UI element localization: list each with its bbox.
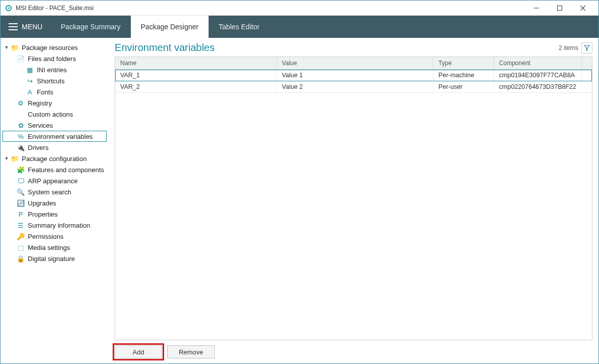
code-icon <box>17 110 25 118</box>
main-panel: Environment variables 2 items Name Value… <box>109 38 598 363</box>
sidebar-item-label: Package resources <box>22 44 78 51</box>
sidebar-item-label: Summary information <box>28 222 90 229</box>
sidebar-item-label: Media settings <box>28 244 70 251</box>
sidebar-item-fonts[interactable]: AFonts <box>3 86 107 97</box>
menubar: MENU Package SummaryPackage DesignerTabl… <box>1 16 598 38</box>
sidebar-item-drivers[interactable]: 🔌Drivers <box>3 142 107 153</box>
sidebar-item-label: Package configuration <box>22 155 87 163</box>
sidebar-item-label: Fonts <box>37 88 54 96</box>
titlebar: MSI Editor - PACE_Suite.msi <box>1 1 598 16</box>
refresh-icon: 🔃 <box>17 199 25 207</box>
shortcut-icon: ↪ <box>26 77 34 85</box>
grid-body: VAR_1Value 1Per-machinecmp0194E3097F77CA… <box>115 70 592 340</box>
maximize-button[interactable] <box>548 1 571 16</box>
sidebar-item-label: Properties <box>28 211 58 218</box>
cell-component: cmp0194E3097F77CAB8A <box>494 70 582 81</box>
body: ▼📁Package resources📄Files and folders▦IN… <box>1 38 598 363</box>
sidebar-item-properties[interactable]: PProperties <box>3 209 107 220</box>
sidebar-item-system-search[interactable]: 🔍System search <box>3 186 107 197</box>
table-row[interactable]: VAR_1Value 1Per-machinecmp0194E3097F77CA… <box>115 70 592 81</box>
sidebar-item-label: Files and folders <box>28 55 76 63</box>
data-grid: Name Value Type Component VAR_1Value 1Pe… <box>115 57 592 340</box>
cell-name: VAR_1 <box>115 70 277 81</box>
sidebar-item-media-settings[interactable]: ⬚Media settings <box>3 242 107 253</box>
sidebar-item-files-and-folders[interactable]: 📄Files and folders <box>3 53 107 64</box>
cell-name: VAR_2 <box>115 81 277 92</box>
page-title: Environment variables <box>115 42 215 54</box>
col-type[interactable]: Type <box>433 57 494 69</box>
sidebar-item-label: System search <box>28 188 71 196</box>
sidebar-item-custom-actions[interactable]: Custom actions <box>3 109 107 120</box>
registry-icon: ⚙ <box>17 99 25 107</box>
font-icon: A <box>26 88 34 96</box>
window-controls <box>525 1 594 16</box>
sidebar-item-registry[interactable]: ⚙Registry <box>3 97 107 109</box>
sidebar-item-permissions[interactable]: 🔑Permissions <box>3 231 107 242</box>
col-name[interactable]: Name <box>115 57 277 69</box>
plug-icon: 🔌 <box>17 143 25 151</box>
tabs: Package SummaryPackage DesignerTables Ed… <box>51 16 270 38</box>
col-value[interactable]: Value <box>277 57 433 69</box>
sidebar-item-label: Registry <box>28 99 52 107</box>
percent-icon: % <box>17 132 25 140</box>
monitor-icon: 🖵 <box>17 177 25 185</box>
tree-toggle-icon: ▼ <box>4 156 10 161</box>
ini-icon: ▦ <box>26 66 34 74</box>
tab-package-designer[interactable]: Package Designer <box>131 16 209 38</box>
item-count: 2 items <box>559 44 578 51</box>
app-icon <box>5 4 13 12</box>
svg-rect-3 <box>558 6 562 10</box>
sidebar-item-label: Permissions <box>28 233 64 240</box>
remove-button[interactable]: Remove <box>167 345 215 358</box>
sidebar-item-label: Services <box>28 122 53 129</box>
sidebar-item-label: Shortcuts <box>37 77 65 85</box>
table-row[interactable]: VAR_2Value 2Per-usercmp0220764673D37B8F2… <box>115 81 592 93</box>
file-icon: 📄 <box>17 55 25 63</box>
cell-type: Per-machine <box>433 70 494 81</box>
main-header: Environment variables 2 items <box>115 42 592 54</box>
sidebar-item-summary-information[interactable]: ☰Summary information <box>3 220 107 231</box>
filter-button[interactable] <box>581 42 592 54</box>
cell-spacer <box>582 81 592 92</box>
gear-icon: ✿ <box>17 121 25 129</box>
sidebar-item-ini-entries[interactable]: ▦INI entries <box>3 64 107 75</box>
sidebar-item-label: INI entries <box>37 66 67 74</box>
sidebar-item-label: Drivers <box>28 144 48 151</box>
sidebar-item-environment-variables[interactable]: %Environment variables <box>3 131 107 142</box>
col-component[interactable]: Component <box>494 57 582 69</box>
sidebar-item-package-resources[interactable]: ▼📁Package resources <box>3 42 107 53</box>
sidebar-item-package-configuration[interactable]: ▼📁Package configuration <box>3 153 107 164</box>
hamburger-icon <box>9 23 18 30</box>
sidebar-item-shortcuts[interactable]: ↪Shortcuts <box>3 75 107 86</box>
sidebar-item-upgrades[interactable]: 🔃Upgrades <box>3 197 107 209</box>
sidebar-item-digital-signature[interactable]: 🔒Digital signature <box>3 253 107 264</box>
add-button[interactable]: Add <box>115 345 162 358</box>
close-button[interactable] <box>571 1 594 16</box>
sidebar-item-services[interactable]: ✿Services <box>3 120 107 131</box>
menu-label: MENU <box>22 23 42 31</box>
items-info: 2 items <box>559 42 592 54</box>
tab-tables-editor[interactable]: Tables Editor <box>209 16 270 38</box>
sidebar-item-label: ARP appearance <box>28 177 78 185</box>
sidebar-item-arp-appearance[interactable]: 🖵ARP appearance <box>3 175 107 186</box>
tree-toggle-icon: ▼ <box>4 45 10 50</box>
key-icon: 🔑 <box>17 232 25 240</box>
cell-value: Value 2 <box>277 81 433 92</box>
cell-type: Per-user <box>433 81 494 92</box>
footer-buttons: Add Remove <box>115 345 592 358</box>
sidebar-item-features-and-components[interactable]: 🧩Features and components <box>3 164 107 175</box>
sidebar-item-label: Features and components <box>28 166 104 174</box>
cell-value: Value 1 <box>277 70 433 81</box>
tab-package-summary[interactable]: Package Summary <box>51 16 130 38</box>
media-icon: ⬚ <box>17 243 25 251</box>
search-icon: 🔍 <box>17 188 25 196</box>
grid-header: Name Value Type Component <box>115 57 592 70</box>
menu-button[interactable]: MENU <box>1 16 51 38</box>
puzzle-icon: 🧩 <box>17 166 25 174</box>
minimize-button[interactable] <box>525 1 548 16</box>
cell-component: cmp0220764673D37B8F22 <box>494 81 582 92</box>
col-spacer <box>582 57 592 69</box>
cell-spacer <box>582 70 592 81</box>
sidebar: ▼📁Package resources📄Files and folders▦IN… <box>1 38 109 363</box>
window-title: MSI Editor - PACE_Suite.msi <box>16 5 525 12</box>
